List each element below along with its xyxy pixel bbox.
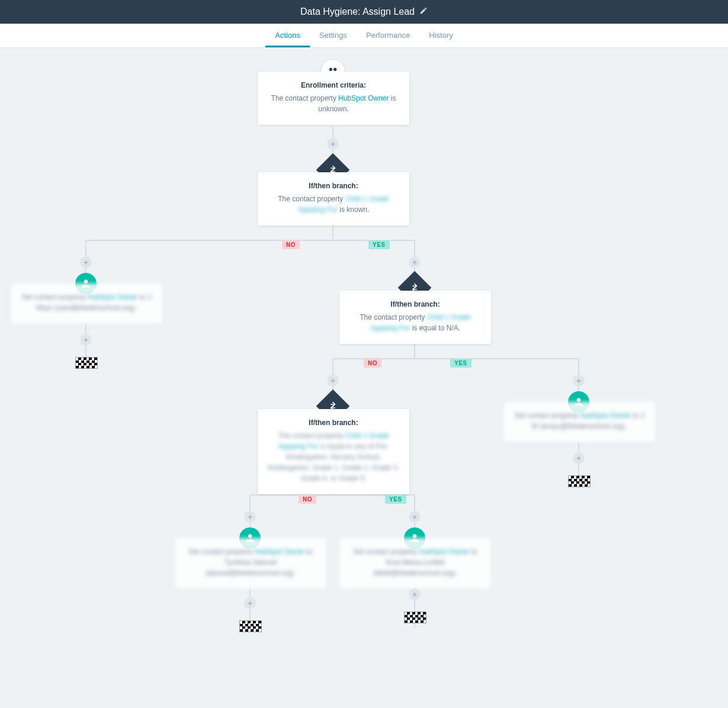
add-action-button[interactable]: + [409, 256, 421, 268]
yes-badge: YES [450, 359, 472, 368]
workflow-canvas[interactable]: Enrollment criteria: The contact propert… [0, 48, 728, 708]
add-action-button[interactable]: + [327, 375, 339, 387]
set-owner-card-a[interactable]: Set contact property HubSpot Owner to J … [11, 284, 162, 324]
no-badge: NO [299, 495, 316, 504]
finish-icon [568, 475, 591, 487]
no-badge: NO [282, 240, 300, 249]
tab-settings[interactable]: Settings [310, 31, 357, 47]
set-owner-card-c[interactable]: Set contact property HubSpot Owner to Ty… [175, 538, 326, 589]
tab-bar: Actions Settings Performance History [0, 24, 728, 48]
add-action-button[interactable]: + [573, 375, 585, 387]
tab-actions[interactable]: Actions [265, 31, 310, 47]
no-badge: NO [364, 359, 381, 368]
set-owner-card-d[interactable]: Set contact property HubSpot Owner to Kn… [339, 538, 491, 589]
add-action-button[interactable]: + [573, 452, 585, 464]
branch3-card[interactable]: If/then branch: The contact property Chi… [258, 409, 409, 494]
add-action-button[interactable]: + [409, 588, 421, 600]
branch1-card[interactable]: If/then branch: The contact property Chi… [258, 172, 409, 226]
workflow-title: Data Hygiene: Assign Lead [300, 7, 415, 17]
enrollment-card[interactable]: Enrollment criteria: The contact propert… [258, 72, 409, 125]
add-action-button[interactable]: + [244, 511, 256, 523]
branch2-card[interactable]: If/then branch: The contact property Chi… [339, 291, 491, 344]
connector-lines [0, 48, 728, 708]
finish-icon [75, 357, 98, 369]
finish-icon [404, 612, 426, 623]
yes-badge: YES [385, 495, 406, 504]
page-header: Data Hygiene: Assign Lead [0, 0, 728, 24]
finish-icon [239, 620, 262, 632]
tab-performance[interactable]: Performance [357, 31, 419, 47]
tab-history[interactable]: History [419, 31, 462, 47]
add-action-button[interactable]: + [244, 597, 256, 609]
set-owner-card-b[interactable]: Set contact property HubSpot Owner to J … [503, 402, 655, 442]
add-action-button[interactable]: + [80, 256, 92, 268]
yes-badge: YES [368, 240, 390, 249]
add-action-button[interactable]: + [327, 138, 339, 150]
enrollment-card-title: Enrollment criteria: [265, 80, 402, 91]
add-action-button[interactable]: + [409, 511, 421, 523]
edit-title-icon[interactable] [419, 7, 428, 17]
add-action-button[interactable]: + [80, 334, 92, 346]
